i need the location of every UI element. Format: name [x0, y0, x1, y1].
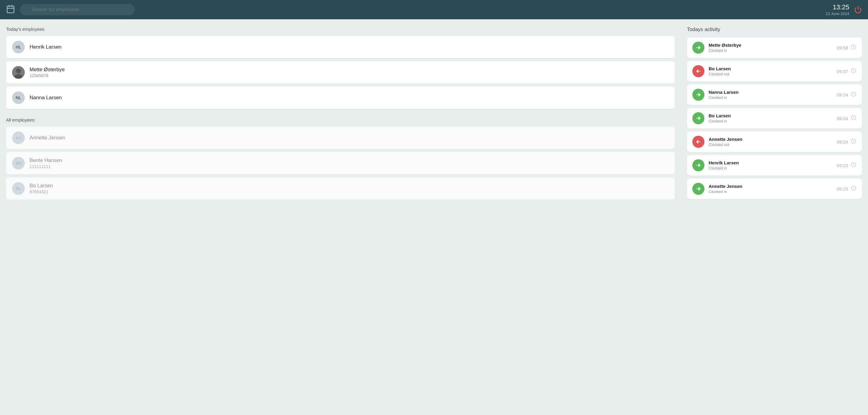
- employee-name: Annette Jensen: [30, 135, 65, 141]
- avatar-photo: [12, 66, 25, 79]
- activity-info: Henrik Larsen Clocked in: [709, 160, 832, 170]
- activity-card[interactable]: Nanna Larsen Clocked in 09:24: [687, 85, 862, 105]
- activity-time: 09:24: [837, 116, 848, 121]
- avatar: AJ: [12, 131, 25, 144]
- activity-employee-name: Annette Jensen: [709, 184, 832, 189]
- activity-info: Mette Østerbye Clocked in: [709, 42, 832, 53]
- activity-time-wrap: 09:24: [837, 138, 857, 146]
- activity-employee-name: Bo Larsen: [709, 66, 832, 71]
- activity-section-label: Todays activity: [687, 27, 862, 33]
- clock-icon: [850, 185, 857, 192]
- activity-info: Annette Jensen Clocked out: [709, 137, 832, 147]
- activity-time-wrap: 09:24: [837, 91, 857, 98]
- today-employees-label: Today's employees: [6, 27, 675, 32]
- clock-date: 13 June 2024: [826, 11, 849, 16]
- today-employee-list: HL Henrik Larsen Mette Østerbye: [6, 36, 675, 109]
- activity-employee-name: Annette Jensen: [709, 137, 832, 142]
- activity-time: 09:23: [837, 163, 848, 168]
- activity-card[interactable]: Bo Larsen Clocked out 09:37: [687, 61, 862, 82]
- activity-info: Annette Jensen Clocked in: [709, 184, 832, 194]
- activity-status: Clocked in: [709, 95, 832, 100]
- header-right: 13:25 13 June 2024: [826, 3, 862, 16]
- clock-icon: [850, 162, 857, 169]
- activity-time: 09:23: [837, 186, 848, 192]
- activity-time-wrap: 09:37: [837, 68, 857, 75]
- activity-time: 09:24: [837, 92, 848, 97]
- right-panel: Todays activity Mette Østerbye Clocked i…: [681, 19, 868, 415]
- activity-card[interactable]: Bo Larsen Clocked in 09:24: [687, 108, 862, 128]
- activity-card[interactable]: Henrik Larsen Clocked in 09:23: [687, 155, 862, 175]
- left-panel: Today's employees HL Henrik Larsen: [0, 19, 681, 415]
- all-employee-list: AJ Annette Jensen BH Bente Hansen 111111…: [6, 127, 675, 200]
- activity-list: Mette Østerbye Clocked in 09:58 Bo Larse…: [687, 37, 862, 199]
- employee-name: Mette Østerbye: [30, 67, 65, 73]
- today-employee-card[interactable]: Mette Østerbye 12345678: [6, 61, 675, 84]
- activity-info: Bo Larsen Clocked out: [709, 66, 832, 76]
- calendar-icon: [6, 4, 15, 15]
- header-left: [6, 4, 826, 15]
- avatar: BH: [12, 157, 25, 169]
- clock-in-icon: [692, 159, 705, 171]
- power-button[interactable]: [854, 6, 862, 13]
- svg-point-8: [16, 68, 21, 73]
- activity-time-wrap: 09:24: [837, 115, 857, 122]
- employee-info: Mette Østerbye 12345678: [30, 67, 65, 78]
- employee-info: Bo Larsen 87654321: [30, 183, 53, 194]
- activity-status: Clocked out: [709, 142, 832, 147]
- svg-rect-0: [7, 6, 14, 13]
- activity-card[interactable]: Annette Jensen Clocked in 09:23: [687, 179, 862, 199]
- clock-out-icon: [692, 65, 705, 77]
- employee-info: Bente Hansen 111111111: [30, 157, 62, 169]
- activity-status: Clocked in: [709, 119, 832, 123]
- avatar: BL: [12, 182, 25, 195]
- activity-card[interactable]: Mette Østerbye Clocked in 09:58: [687, 37, 862, 58]
- clock-display: 13:25 13 June 2024: [826, 3, 849, 16]
- employee-info: Nanna Larsen: [30, 95, 62, 101]
- activity-status: Clocked out: [709, 72, 832, 76]
- employee-name: Bente Hansen: [30, 157, 62, 163]
- activity-info: Bo Larsen Clocked in: [709, 113, 832, 123]
- clock-icon: [850, 68, 857, 75]
- main-content: Today's employees HL Henrik Larsen: [0, 19, 868, 415]
- avatar: HL: [12, 41, 25, 53]
- employee-name: Henrik Larsen: [30, 44, 62, 50]
- clock-in-icon: [692, 89, 705, 101]
- avatar: NL: [12, 91, 25, 104]
- activity-info: Nanna Larsen Clocked in: [709, 90, 832, 100]
- employee-info: Henrik Larsen: [30, 44, 62, 50]
- activity-time-wrap: 09:58: [837, 44, 857, 51]
- clock-in-icon: [692, 112, 705, 124]
- activity-time: 09:37: [837, 69, 848, 74]
- clock-in-icon: [692, 42, 705, 54]
- employee-id: 111111111: [30, 164, 62, 169]
- employee-name: Nanna Larsen: [30, 95, 62, 101]
- today-employee-card[interactable]: HL Henrik Larsen: [6, 36, 675, 58]
- activity-employee-name: Henrik Larsen: [709, 160, 832, 165]
- search-input[interactable]: [20, 4, 134, 15]
- clock-icon: [850, 91, 857, 98]
- clock-icon: [850, 115, 857, 122]
- activity-employee-name: Bo Larsen: [709, 113, 832, 118]
- activity-time-wrap: 09:23: [837, 162, 857, 169]
- clock-out-icon: [692, 136, 705, 148]
- activity-status: Clocked in: [709, 166, 832, 170]
- clock-time: 13:25: [826, 3, 849, 11]
- employee-name: Bo Larsen: [30, 183, 53, 189]
- activity-time: 09:24: [837, 139, 848, 145]
- activity-time: 09:58: [837, 45, 848, 51]
- search-wrap: [20, 4, 134, 15]
- activity-status: Clocked in: [709, 48, 832, 53]
- app-header: 13:25 13 June 2024: [0, 0, 868, 19]
- activity-card[interactable]: Annette Jensen Clocked out 09:24: [687, 131, 862, 152]
- today-employee-card[interactable]: NL Nanna Larsen: [6, 87, 675, 109]
- all-employee-card[interactable]: AJ Annette Jensen: [6, 127, 675, 149]
- clock-in-icon: [692, 183, 705, 195]
- clock-icon: [850, 138, 857, 146]
- activity-time-wrap: 09:23: [837, 185, 857, 192]
- activity-status: Clocked in: [709, 189, 832, 194]
- employee-id: 12345678: [30, 73, 65, 78]
- employee-id: 87654321: [30, 189, 53, 194]
- all-employee-card[interactable]: BL Bo Larsen 87654321: [6, 177, 675, 200]
- all-employee-card[interactable]: BH Bente Hansen 111111111: [6, 152, 675, 174]
- avatar: [12, 66, 25, 79]
